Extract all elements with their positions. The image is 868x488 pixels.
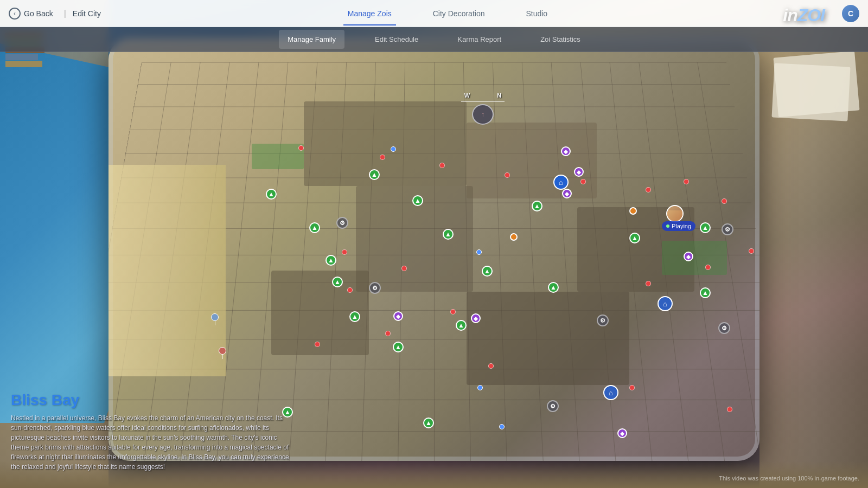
green-marker[interactable]: ▲ bbox=[443, 229, 454, 240]
secondary-navigation: Manage Family Edit Schedule Karma Report… bbox=[0, 27, 868, 52]
red-marker[interactable] bbox=[684, 179, 689, 184]
red-marker[interactable] bbox=[380, 155, 385, 160]
blue-dot-marker4[interactable] bbox=[391, 146, 396, 152]
red-marker[interactable] bbox=[646, 281, 651, 286]
red-marker[interactable] bbox=[450, 309, 456, 314]
green-marker[interactable]: ▲ bbox=[309, 222, 320, 233]
city-info-panel: Bliss Bay Nestled in a parallel universe… bbox=[11, 391, 293, 472]
orange-marker[interactable] bbox=[510, 233, 518, 241]
house-icon: ⌂ bbox=[609, 389, 613, 397]
red-marker[interactable] bbox=[727, 407, 732, 412]
home-marker-blue2[interactable]: ⌂ bbox=[658, 296, 673, 311]
green-marker[interactable]: ▲ bbox=[326, 255, 336, 266]
purple-marker[interactable]: ◆ bbox=[617, 428, 627, 438]
green-marker[interactable]: ▲ bbox=[456, 320, 467, 331]
nav-separator: | bbox=[64, 9, 66, 18]
green-marker[interactable]: ▲ bbox=[700, 287, 711, 298]
red-marker[interactable] bbox=[646, 187, 651, 192]
tab-city-decoration[interactable]: City Decoration bbox=[429, 2, 489, 25]
green-marker[interactable]: ▲ bbox=[700, 222, 711, 233]
compass-circle: ↑ bbox=[472, 104, 494, 125]
beach-strip bbox=[108, 165, 226, 376]
red-marker[interactable] bbox=[629, 385, 635, 390]
blue-dot-marker[interactable] bbox=[476, 249, 482, 255]
balloon-marker bbox=[210, 313, 219, 326]
tab-studio[interactable]: Studio bbox=[521, 2, 552, 25]
compass-w: W bbox=[464, 92, 470, 99]
red-marker[interactable] bbox=[439, 163, 445, 168]
green-marker[interactable]: ▲ bbox=[629, 233, 640, 243]
green-marker[interactable]: ▲ bbox=[393, 342, 404, 352]
logo-in: in bbox=[783, 5, 797, 25]
gray-marker[interactable]: ⚙ bbox=[722, 223, 733, 235]
watermark-text: This video was created using 100% in-gam… bbox=[719, 475, 859, 481]
gray-marker[interactable]: ⚙ bbox=[597, 314, 609, 326]
inzoi-logo: inZOI bbox=[783, 5, 825, 25]
green-marker[interactable]: ▲ bbox=[532, 201, 542, 211]
gray-marker[interactable]: ⚙ bbox=[547, 400, 559, 412]
purple-marker[interactable]: ◆ bbox=[574, 167, 584, 177]
paper-decoration bbox=[773, 51, 859, 118]
purple-marker[interactable]: ◆ bbox=[393, 311, 403, 321]
red-marker[interactable] bbox=[505, 172, 510, 178]
sec-tab-edit-schedule[interactable]: Edit Schedule bbox=[366, 30, 427, 49]
red-marker[interactable] bbox=[298, 145, 304, 151]
logo-zoi: ZOI bbox=[797, 5, 825, 25]
go-back-label: Go Back bbox=[24, 9, 53, 18]
tab-manage-zois[interactable]: Manage Zois bbox=[343, 2, 396, 25]
purple-marker[interactable]: ◆ bbox=[471, 313, 481, 323]
red-marker[interactable] bbox=[705, 265, 711, 270]
red-marker[interactable] bbox=[385, 331, 391, 336]
city-description: Nestled in a parallel universe, Bliss Ba… bbox=[11, 413, 293, 472]
balloon-marker2 bbox=[218, 347, 227, 360]
red-marker[interactable] bbox=[401, 266, 407, 271]
red-marker[interactable] bbox=[342, 249, 347, 255]
red-marker[interactable] bbox=[488, 363, 494, 369]
green-marker[interactable]: ▲ bbox=[332, 277, 343, 287]
green-marker[interactable]: ▲ bbox=[412, 195, 423, 206]
sec-tab-zoi-statistics[interactable]: Zoi Statistics bbox=[532, 30, 589, 49]
home-marker-blue[interactable]: ⌂ bbox=[553, 175, 569, 190]
blue-dot-marker3[interactable] bbox=[499, 424, 505, 429]
green-marker[interactable]: ▲ bbox=[369, 169, 380, 180]
green-marker[interactable]: ▲ bbox=[266, 189, 277, 200]
nav-center-tabs: Manage Zois City Decoration Studio bbox=[105, 2, 790, 25]
user-avatar[interactable]: C bbox=[842, 5, 859, 22]
back-arrow-icon: ‹ bbox=[9, 8, 21, 20]
gray-marker[interactable]: ⚙ bbox=[718, 322, 730, 334]
playing-badge: Playing bbox=[662, 221, 695, 231]
playing-indicator bbox=[666, 224, 669, 228]
sec-tab-manage-family[interactable]: Manage Family bbox=[279, 30, 344, 49]
go-back-button[interactable]: ‹ Go Back bbox=[0, 8, 62, 20]
red-marker[interactable] bbox=[580, 179, 586, 184]
green-marker[interactable]: ▲ bbox=[349, 311, 360, 322]
gray-marker[interactable]: ⚙ bbox=[369, 282, 381, 294]
house-icon: ⌂ bbox=[663, 300, 667, 308]
blue-dot-marker2[interactable] bbox=[477, 385, 483, 390]
compass: W N ↑ bbox=[467, 92, 499, 125]
red-marker[interactable] bbox=[749, 248, 754, 254]
top-navigation: ‹ Go Back | Edit City Manage Zois City D… bbox=[0, 0, 868, 27]
red-marker[interactable] bbox=[347, 287, 353, 293]
green-marker[interactable]: ▲ bbox=[482, 266, 493, 277]
purple-marker[interactable]: ◆ bbox=[684, 252, 693, 261]
orange-marker[interactable] bbox=[629, 207, 637, 215]
purple-marker[interactable]: ◆ bbox=[561, 146, 571, 156]
compass-n: N bbox=[497, 92, 501, 99]
home-marker-blue3[interactable]: ⌂ bbox=[603, 385, 618, 400]
compass-labels: W N bbox=[464, 92, 501, 99]
edit-city-label[interactable]: Edit City bbox=[68, 9, 105, 18]
city-name: Bliss Bay bbox=[11, 391, 293, 409]
green-marker[interactable]: ▲ bbox=[423, 418, 434, 428]
playing-text: Playing bbox=[672, 223, 691, 229]
red-marker[interactable] bbox=[315, 342, 320, 347]
house-icon: ⌂ bbox=[559, 178, 563, 187]
red-marker[interactable] bbox=[722, 198, 727, 204]
purple-marker[interactable]: ◆ bbox=[562, 189, 572, 198]
green-marker[interactable]: ▲ bbox=[548, 282, 559, 293]
character-avatar[interactable] bbox=[666, 205, 684, 222]
gray-marker[interactable]: ⚙ bbox=[336, 217, 348, 229]
sec-tab-karma-report[interactable]: Karma Report bbox=[449, 30, 510, 49]
